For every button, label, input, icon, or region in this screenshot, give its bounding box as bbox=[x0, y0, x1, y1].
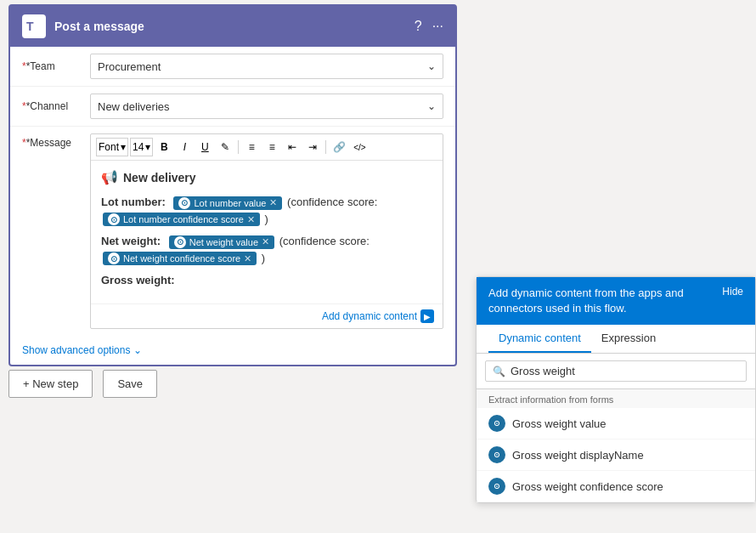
channel-dropdown-arrow: ⌄ bbox=[427, 100, 436, 112]
font-size-arrow: ▾ bbox=[145, 141, 150, 153]
new-step-label: + New step bbox=[23, 377, 78, 390]
lot-number-token-icon: ⊙ bbox=[178, 197, 190, 209]
link-button[interactable]: 🔗 bbox=[330, 138, 348, 156]
dynamic-item-icon-0: ⊙ bbox=[488, 415, 505, 432]
show-advanced-chevron: ⌄ bbox=[133, 344, 142, 356]
hide-button[interactable]: Hide bbox=[722, 286, 743, 298]
bottom-actions: + New step Save bbox=[8, 370, 157, 398]
font-selector[interactable]: Font ▾ bbox=[96, 138, 128, 156]
italic-button[interactable]: I bbox=[175, 138, 194, 156]
team-row: **Team Procurement ⌄ bbox=[10, 47, 455, 87]
net-confidence-token-icon: ⊙ bbox=[108, 252, 120, 264]
main-area: T Post a message ? ··· **Team Procuremen… bbox=[0, 0, 756, 533]
section-label: Extract information from forms bbox=[477, 389, 755, 408]
card-header: T Post a message ? ··· bbox=[10, 6, 455, 47]
add-dynamic-label: Add dynamic content bbox=[322, 310, 417, 322]
font-label: Font bbox=[99, 141, 119, 153]
message-label: **Message bbox=[22, 133, 90, 149]
save-label: Save bbox=[117, 377, 143, 390]
decrease-indent-button[interactable]: ⇤ bbox=[283, 138, 302, 156]
increase-indent-button[interactable]: ⇥ bbox=[303, 138, 322, 156]
net-weight-row: Net weight: ⊙ Net weight value ✕ (confid… bbox=[101, 235, 432, 265]
team-dropdown-arrow: ⌄ bbox=[427, 60, 436, 72]
add-dynamic-badge: ▶ bbox=[420, 309, 434, 323]
bullet-list-button[interactable]: ≡ bbox=[242, 138, 261, 156]
svg-text:T: T bbox=[26, 20, 34, 33]
lot-number-label: Lot number: bbox=[101, 196, 166, 208]
tab-dynamic-content[interactable]: Dynamic content bbox=[488, 325, 591, 353]
panel-items: ⊙ Gross weight value ⊙ Gross weight disp… bbox=[477, 408, 755, 502]
lot-number-row: Lot number: ⊙ Lot number value ✕ (confid… bbox=[101, 196, 432, 226]
message-editor: Font ▾ 14 ▾ B I U ✎ ≡ bbox=[90, 133, 443, 329]
lot-number-token-close[interactable]: ✕ bbox=[269, 197, 277, 208]
more-icon[interactable]: ··· bbox=[432, 19, 443, 34]
net-weight-token-icon: ⊙ bbox=[174, 236, 186, 248]
add-dynamic-button[interactable]: Add dynamic content ▶ bbox=[322, 309, 434, 323]
lot-confidence-token-label: Lot number confidence score bbox=[123, 214, 244, 224]
net-weight-token-label: Net weight value bbox=[189, 237, 258, 247]
channel-row: **Channel New deliveries ⌄ bbox=[10, 87, 455, 127]
tab-expression[interactable]: Expression bbox=[591, 325, 666, 353]
lot-end-text: ) bbox=[265, 213, 268, 225]
search-input-wrap[interactable]: 🔍 bbox=[485, 360, 747, 382]
toolbar-divider-2 bbox=[325, 140, 326, 154]
highlight-button[interactable]: ✎ bbox=[216, 138, 234, 156]
channel-value: New deliveries bbox=[98, 100, 170, 113]
dynamic-item-label-2: Gross weight confidence score bbox=[512, 480, 663, 493]
show-advanced-options[interactable]: Show advanced options ⌄ bbox=[10, 336, 455, 365]
net-weight-label: Net weight: bbox=[101, 235, 161, 247]
dynamic-item-gross-weight-displayname[interactable]: ⊙ Gross weight displayName bbox=[477, 439, 755, 471]
lot-confidence-row: ⊙ Lot number confidence score ✕ ) bbox=[101, 213, 432, 227]
lot-confidence-token[interactable]: ⊙ Lot number confidence score ✕ bbox=[103, 213, 260, 226]
search-input[interactable] bbox=[511, 365, 739, 377]
net-end-text: ) bbox=[262, 252, 265, 264]
lot-confidence-token-close[interactable]: ✕ bbox=[247, 214, 255, 225]
team-value: Procurement bbox=[98, 60, 161, 73]
message-label-row: **Message Font ▾ 14 ▾ bbox=[22, 133, 443, 329]
lot-number-token-label: Lot number value bbox=[194, 198, 266, 208]
new-step-button[interactable]: + New step bbox=[8, 370, 93, 398]
font-size-selector[interactable]: 14 ▾ bbox=[130, 138, 153, 156]
help-icon[interactable]: ? bbox=[415, 19, 422, 34]
net-weight-token[interactable]: ⊙ Net weight value ✕ bbox=[169, 235, 274, 249]
toolbar-divider-1 bbox=[238, 140, 239, 154]
channel-control-wrap: New deliveries ⌄ bbox=[90, 94, 443, 119]
font-size-value: 14 bbox=[133, 141, 144, 153]
dynamic-item-label-0: Gross weight value bbox=[512, 417, 606, 430]
bold-button[interactable]: B bbox=[155, 138, 173, 156]
save-button[interactable]: Save bbox=[103, 370, 157, 398]
dynamic-panel-header-text: Add dynamic content from the apps and co… bbox=[488, 286, 722, 316]
numbered-list-button[interactable]: ≡ bbox=[262, 138, 281, 156]
font-arrow: ▾ bbox=[121, 141, 126, 153]
more-format-button[interactable]: </> bbox=[350, 138, 369, 156]
card-header-left: T Post a message bbox=[22, 14, 144, 38]
dynamic-item-label-1: Gross weight displayName bbox=[512, 449, 644, 462]
net-confidence-token-close[interactable]: ✕ bbox=[244, 253, 251, 264]
megaphone-icon: 📢 bbox=[101, 169, 118, 185]
net-weight-content: ⊙ Net weight value ✕ (confidence score: bbox=[167, 235, 370, 247]
teams-logo-icon: T bbox=[22, 14, 46, 38]
underline-button[interactable]: U bbox=[195, 138, 214, 156]
net-confidence-token[interactable]: ⊙ Net weight confidence score ✕ bbox=[103, 252, 257, 265]
card-body: **Team Procurement ⌄ **Channel New deliv… bbox=[10, 47, 455, 365]
dynamic-item-icon-1: ⊙ bbox=[488, 446, 505, 463]
lot-confidence-token-icon: ⊙ bbox=[108, 213, 120, 225]
team-dropdown[interactable]: Procurement ⌄ bbox=[90, 54, 443, 79]
search-icon: 🔍 bbox=[493, 366, 505, 377]
show-advanced-label: Show advanced options bbox=[22, 344, 130, 356]
dynamic-item-gross-weight-value[interactable]: ⊙ Gross weight value bbox=[477, 408, 755, 439]
panel-search: 🔍 bbox=[477, 354, 755, 389]
add-dynamic-row: Add dynamic content ▶ bbox=[91, 303, 443, 328]
net-weight-token-close[interactable]: ✕ bbox=[262, 236, 269, 247]
dynamic-item-gross-weight-confidence[interactable]: ⊙ Gross weight confidence score bbox=[477, 471, 755, 502]
lot-confidence-text: (confidence score: bbox=[287, 196, 377, 208]
channel-dropdown[interactable]: New deliveries ⌄ bbox=[90, 94, 443, 119]
net-confidence-text: (confidence score: bbox=[279, 235, 370, 247]
editor-content[interactable]: 📢 New delivery Lot number: ⊙ Lot number … bbox=[91, 161, 443, 303]
net-confidence-token-label: Net weight confidence score bbox=[123, 253, 240, 264]
dynamic-panel-header: Add dynamic content from the apps and co… bbox=[477, 277, 755, 325]
message-row: **Message Font ▾ 14 ▾ bbox=[10, 127, 455, 336]
lot-number-token[interactable]: ⊙ Lot number value ✕ bbox=[173, 196, 282, 210]
dynamic-content-panel: Add dynamic content from the apps and co… bbox=[476, 276, 756, 503]
net-confidence-row: ⊙ Net weight confidence score ✕ ) bbox=[101, 252, 432, 266]
